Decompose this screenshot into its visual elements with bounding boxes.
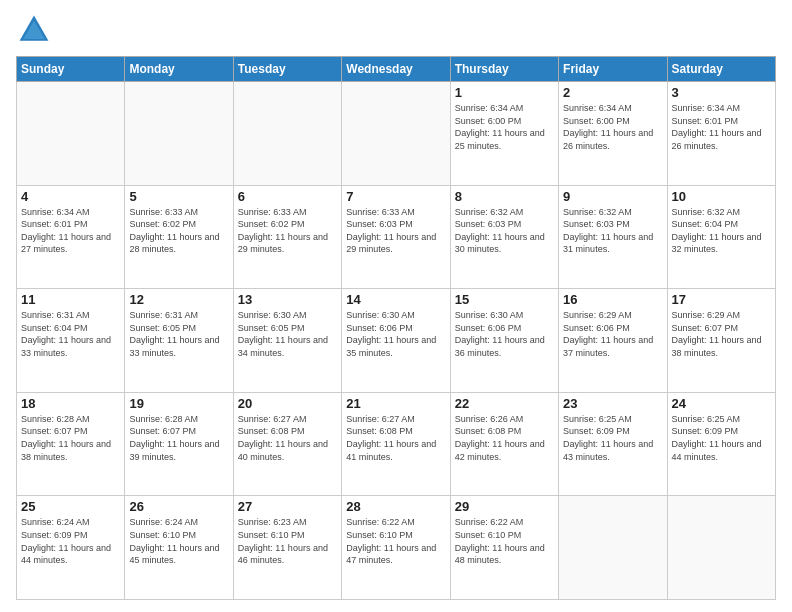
calendar-cell [17,82,125,186]
day-info: Sunrise: 6:34 AM Sunset: 6:00 PM Dayligh… [455,102,554,152]
day-info: Sunrise: 6:33 AM Sunset: 6:03 PM Dayligh… [346,206,445,256]
week-row-0: 1Sunrise: 6:34 AM Sunset: 6:00 PM Daylig… [17,82,776,186]
day-number: 3 [672,85,771,100]
page: SundayMondayTuesdayWednesdayThursdayFrid… [0,0,792,612]
calendar-cell: 28Sunrise: 6:22 AM Sunset: 6:10 PM Dayli… [342,496,450,600]
day-number: 4 [21,189,120,204]
day-number: 25 [21,499,120,514]
day-info: Sunrise: 6:30 AM Sunset: 6:06 PM Dayligh… [346,309,445,359]
day-number: 5 [129,189,228,204]
day-info: Sunrise: 6:34 AM Sunset: 6:00 PM Dayligh… [563,102,662,152]
day-number: 13 [238,292,337,307]
day-number: 27 [238,499,337,514]
day-info: Sunrise: 6:26 AM Sunset: 6:08 PM Dayligh… [455,413,554,463]
day-number: 20 [238,396,337,411]
calendar-cell: 3Sunrise: 6:34 AM Sunset: 6:01 PM Daylig… [667,82,775,186]
day-number: 9 [563,189,662,204]
calendar-cell: 29Sunrise: 6:22 AM Sunset: 6:10 PM Dayli… [450,496,558,600]
calendar-cell: 6Sunrise: 6:33 AM Sunset: 6:02 PM Daylig… [233,185,341,289]
day-info: Sunrise: 6:34 AM Sunset: 6:01 PM Dayligh… [21,206,120,256]
calendar-cell [667,496,775,600]
day-number: 14 [346,292,445,307]
day-header-wednesday: Wednesday [342,57,450,82]
calendar: SundayMondayTuesdayWednesdayThursdayFrid… [16,56,776,600]
calendar-cell [342,82,450,186]
day-number: 8 [455,189,554,204]
logo [16,12,56,48]
day-info: Sunrise: 6:28 AM Sunset: 6:07 PM Dayligh… [129,413,228,463]
calendar-cell: 26Sunrise: 6:24 AM Sunset: 6:10 PM Dayli… [125,496,233,600]
day-number: 18 [21,396,120,411]
calendar-cell: 8Sunrise: 6:32 AM Sunset: 6:03 PM Daylig… [450,185,558,289]
day-number: 12 [129,292,228,307]
calendar-cell: 16Sunrise: 6:29 AM Sunset: 6:06 PM Dayli… [559,289,667,393]
logo-icon [16,12,52,48]
day-info: Sunrise: 6:34 AM Sunset: 6:01 PM Dayligh… [672,102,771,152]
day-info: Sunrise: 6:32 AM Sunset: 6:03 PM Dayligh… [455,206,554,256]
calendar-cell: 25Sunrise: 6:24 AM Sunset: 6:09 PM Dayli… [17,496,125,600]
day-info: Sunrise: 6:33 AM Sunset: 6:02 PM Dayligh… [129,206,228,256]
day-info: Sunrise: 6:30 AM Sunset: 6:06 PM Dayligh… [455,309,554,359]
day-header-friday: Friday [559,57,667,82]
calendar-cell: 9Sunrise: 6:32 AM Sunset: 6:03 PM Daylig… [559,185,667,289]
day-number: 29 [455,499,554,514]
calendar-cell: 20Sunrise: 6:27 AM Sunset: 6:08 PM Dayli… [233,392,341,496]
day-info: Sunrise: 6:32 AM Sunset: 6:03 PM Dayligh… [563,206,662,256]
day-number: 26 [129,499,228,514]
calendar-cell: 24Sunrise: 6:25 AM Sunset: 6:09 PM Dayli… [667,392,775,496]
calendar-header: SundayMondayTuesdayWednesdayThursdayFrid… [17,57,776,82]
day-number: 28 [346,499,445,514]
day-header-monday: Monday [125,57,233,82]
day-number: 2 [563,85,662,100]
calendar-cell: 1Sunrise: 6:34 AM Sunset: 6:00 PM Daylig… [450,82,558,186]
day-info: Sunrise: 6:24 AM Sunset: 6:09 PM Dayligh… [21,516,120,566]
day-info: Sunrise: 6:28 AM Sunset: 6:07 PM Dayligh… [21,413,120,463]
calendar-cell [233,82,341,186]
day-info: Sunrise: 6:31 AM Sunset: 6:05 PM Dayligh… [129,309,228,359]
day-info: Sunrise: 6:29 AM Sunset: 6:07 PM Dayligh… [672,309,771,359]
day-number: 7 [346,189,445,204]
day-info: Sunrise: 6:25 AM Sunset: 6:09 PM Dayligh… [672,413,771,463]
day-number: 10 [672,189,771,204]
day-number: 11 [21,292,120,307]
day-number: 1 [455,85,554,100]
day-number: 24 [672,396,771,411]
calendar-cell: 19Sunrise: 6:28 AM Sunset: 6:07 PM Dayli… [125,392,233,496]
calendar-body: 1Sunrise: 6:34 AM Sunset: 6:00 PM Daylig… [17,82,776,600]
day-info: Sunrise: 6:31 AM Sunset: 6:04 PM Dayligh… [21,309,120,359]
calendar-cell: 21Sunrise: 6:27 AM Sunset: 6:08 PM Dayli… [342,392,450,496]
calendar-cell [125,82,233,186]
calendar-cell: 18Sunrise: 6:28 AM Sunset: 6:07 PM Dayli… [17,392,125,496]
calendar-cell: 12Sunrise: 6:31 AM Sunset: 6:05 PM Dayli… [125,289,233,393]
week-row-1: 4Sunrise: 6:34 AM Sunset: 6:01 PM Daylig… [17,185,776,289]
calendar-cell: 14Sunrise: 6:30 AM Sunset: 6:06 PM Dayli… [342,289,450,393]
calendar-cell: 23Sunrise: 6:25 AM Sunset: 6:09 PM Dayli… [559,392,667,496]
day-number: 21 [346,396,445,411]
header [16,12,776,48]
day-info: Sunrise: 6:22 AM Sunset: 6:10 PM Dayligh… [346,516,445,566]
day-number: 23 [563,396,662,411]
day-info: Sunrise: 6:27 AM Sunset: 6:08 PM Dayligh… [346,413,445,463]
day-info: Sunrise: 6:27 AM Sunset: 6:08 PM Dayligh… [238,413,337,463]
day-info: Sunrise: 6:32 AM Sunset: 6:04 PM Dayligh… [672,206,771,256]
day-header-row: SundayMondayTuesdayWednesdayThursdayFrid… [17,57,776,82]
calendar-cell: 22Sunrise: 6:26 AM Sunset: 6:08 PM Dayli… [450,392,558,496]
calendar-cell: 10Sunrise: 6:32 AM Sunset: 6:04 PM Dayli… [667,185,775,289]
calendar-cell [559,496,667,600]
day-number: 22 [455,396,554,411]
calendar-cell: 15Sunrise: 6:30 AM Sunset: 6:06 PM Dayli… [450,289,558,393]
calendar-cell: 17Sunrise: 6:29 AM Sunset: 6:07 PM Dayli… [667,289,775,393]
day-number: 17 [672,292,771,307]
day-number: 19 [129,396,228,411]
calendar-cell: 27Sunrise: 6:23 AM Sunset: 6:10 PM Dayli… [233,496,341,600]
day-info: Sunrise: 6:33 AM Sunset: 6:02 PM Dayligh… [238,206,337,256]
day-info: Sunrise: 6:24 AM Sunset: 6:10 PM Dayligh… [129,516,228,566]
week-row-2: 11Sunrise: 6:31 AM Sunset: 6:04 PM Dayli… [17,289,776,393]
day-info: Sunrise: 6:23 AM Sunset: 6:10 PM Dayligh… [238,516,337,566]
calendar-cell: 7Sunrise: 6:33 AM Sunset: 6:03 PM Daylig… [342,185,450,289]
day-number: 16 [563,292,662,307]
calendar-cell: 2Sunrise: 6:34 AM Sunset: 6:00 PM Daylig… [559,82,667,186]
day-number: 15 [455,292,554,307]
calendar-cell: 4Sunrise: 6:34 AM Sunset: 6:01 PM Daylig… [17,185,125,289]
day-info: Sunrise: 6:30 AM Sunset: 6:05 PM Dayligh… [238,309,337,359]
